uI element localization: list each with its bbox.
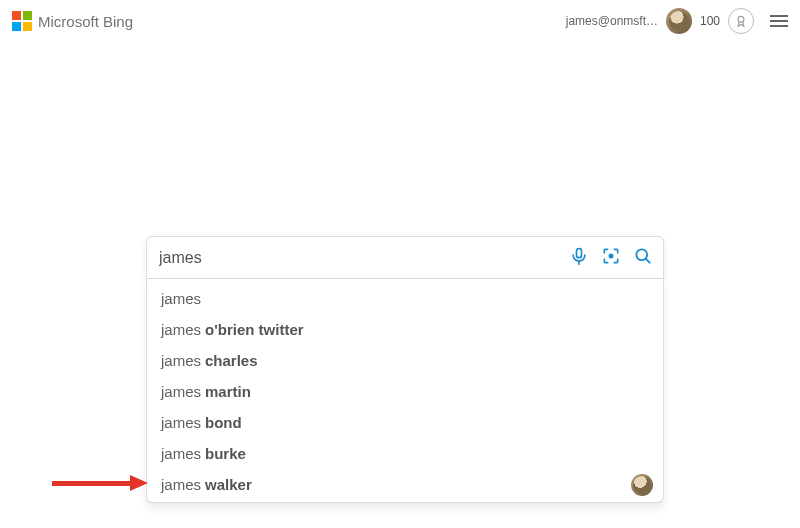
microsoft-icon	[12, 11, 32, 31]
suggestion-item[interactable]: james	[147, 283, 663, 314]
search-icon[interactable]	[633, 246, 653, 270]
voice-search-icon[interactable]	[569, 246, 589, 270]
rewards-points[interactable]: 100	[700, 14, 720, 28]
suggestion-list: jamesjames o'brien twitterjames charlesj…	[146, 279, 664, 503]
suggestion-prefix: james	[161, 414, 201, 431]
svg-rect-1	[577, 248, 582, 257]
suggestion-item[interactable]: james bond	[147, 407, 663, 438]
annotation-arrow	[52, 475, 148, 491]
header: Microsoft Bing james@onmsft… 100	[0, 0, 800, 42]
suggestion-item[interactable]: james o'brien twitter	[147, 314, 663, 345]
suggestion-prefix: james	[161, 445, 201, 462]
suggestion-prefix: james	[161, 352, 201, 369]
user-area: james@onmsft… 100	[566, 8, 788, 34]
suggestion-item[interactable]: james walker	[147, 469, 663, 500]
suggestion-suffix: bond	[205, 414, 242, 431]
suggestion-avatar	[631, 474, 653, 496]
svg-line-5	[646, 258, 650, 262]
rewards-icon[interactable]	[728, 8, 754, 34]
svg-point-3	[609, 253, 614, 258]
suggestion-item[interactable]: james charles	[147, 345, 663, 376]
search-box	[146, 236, 664, 279]
suggestion-suffix: martin	[205, 383, 251, 400]
suggestion-prefix: james	[161, 383, 201, 400]
visual-search-icon[interactable]	[601, 246, 621, 270]
suggestion-prefix: james	[161, 476, 201, 493]
suggestion-prefix: james	[161, 290, 201, 307]
svg-point-0	[738, 16, 744, 22]
user-email[interactable]: james@onmsft…	[566, 14, 658, 28]
search-container: jamesjames o'brien twitterjames charlesj…	[146, 236, 664, 503]
suggestion-suffix: walker	[205, 476, 252, 493]
hamburger-menu-icon[interactable]	[770, 15, 788, 27]
suggestion-suffix: burke	[205, 445, 246, 462]
suggestion-prefix: james	[161, 321, 201, 338]
bing-logo[interactable]: Microsoft Bing	[12, 11, 133, 31]
suggestion-item[interactable]: james burke	[147, 438, 663, 469]
search-input[interactable]	[159, 249, 569, 267]
suggestion-suffix: charles	[205, 352, 258, 369]
suggestion-item[interactable]: james martin	[147, 376, 663, 407]
suggestion-suffix: o'brien twitter	[205, 321, 304, 338]
user-avatar[interactable]	[666, 8, 692, 34]
brand-text: Microsoft Bing	[38, 13, 133, 30]
